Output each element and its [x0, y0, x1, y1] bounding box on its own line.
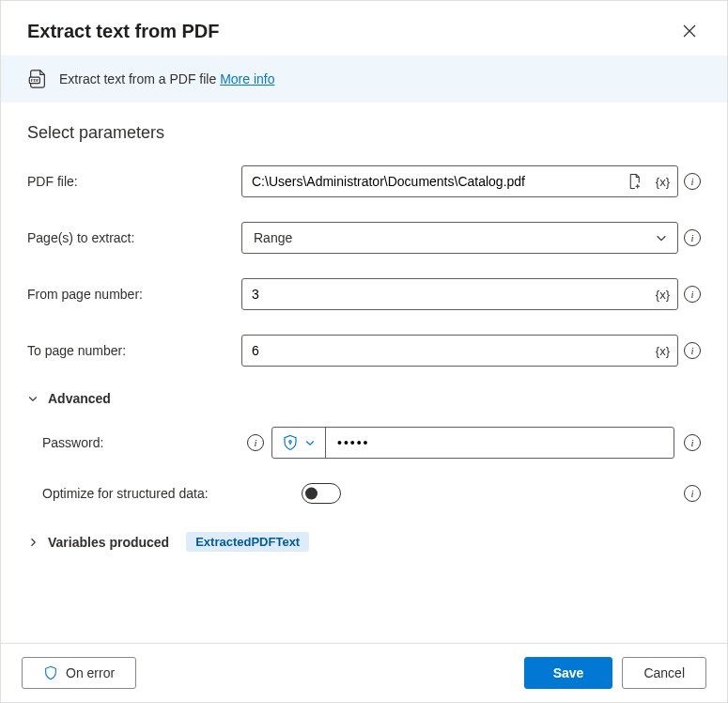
to-page-input-wrapper: {x} — [241, 335, 678, 367]
section-title: Select parameters — [27, 123, 701, 143]
variables-toggle[interactable]: Variables produced ExtractedPDFText — [27, 532, 701, 552]
variable-token-button[interactable]: {x} — [648, 344, 677, 358]
password-input[interactable] — [326, 428, 674, 458]
file-picker-button[interactable] — [620, 173, 648, 190]
chevron-down-icon — [655, 231, 668, 244]
pages-label: Page(s) to extract: — [27, 230, 234, 245]
save-button[interactable]: Save — [524, 657, 613, 689]
info-icon[interactable]: i — [684, 173, 701, 190]
variable-token-button[interactable]: {x} — [648, 175, 677, 189]
close-icon — [682, 23, 697, 39]
on-error-button[interactable]: On error — [22, 657, 136, 689]
on-error-label: On error — [66, 665, 115, 680]
dialog-title: Extract text from PDF — [27, 21, 220, 42]
dialog-footer: On error Save Cancel — [1, 643, 727, 702]
advanced-section: Password: i — [27, 427, 701, 504]
variables-heading: Variables produced — [48, 535, 169, 550]
advanced-heading: Advanced — [48, 391, 111, 406]
password-control — [271, 427, 674, 459]
pdf-file-label: PDF file: — [27, 174, 234, 189]
info-icon[interactable]: i — [684, 485, 701, 502]
close-button[interactable] — [678, 20, 701, 42]
from-page-input-wrapper: {x} — [241, 278, 678, 310]
from-page-input[interactable] — [242, 279, 648, 309]
file-add-icon — [626, 173, 643, 190]
row-pdf-file: PDF file: {x} i — [27, 165, 701, 197]
info-icon[interactable]: i — [684, 286, 701, 303]
advanced-toggle[interactable]: Advanced — [27, 391, 701, 406]
shield-lock-icon — [282, 434, 299, 451]
svg-text:PDF: PDF — [31, 78, 39, 83]
optimize-toggle[interactable] — [302, 483, 341, 504]
to-page-label: To page number: — [27, 343, 234, 358]
row-pages: Page(s) to extract: Range i — [27, 222, 701, 254]
produced-variable-pill[interactable]: ExtractedPDFText — [186, 532, 309, 552]
toggle-knob — [305, 488, 318, 500]
from-page-label: From page number: — [27, 287, 234, 302]
info-icon[interactable]: i — [684, 434, 701, 451]
dialog-content: Select parameters PDF file: {x} i Page(s… — [1, 102, 727, 643]
info-icon[interactable]: i — [684, 229, 701, 246]
cancel-button[interactable]: Cancel — [622, 657, 706, 689]
pages-select[interactable]: Range — [241, 222, 678, 254]
row-from-page: From page number: {x} i — [27, 278, 701, 310]
row-password: Password: i — [42, 427, 701, 459]
to-page-input[interactable] — [242, 336, 648, 366]
chevron-down-icon — [27, 393, 39, 404]
pages-select-value: Range — [254, 230, 292, 245]
info-banner-text: Extract text from a PDF file More info — [59, 71, 275, 86]
shield-icon — [43, 665, 58, 680]
password-mode-selector[interactable] — [272, 428, 326, 458]
svg-point-2 — [289, 441, 291, 443]
optimize-label: Optimize for structured data: — [42, 486, 294, 501]
info-icon[interactable]: i — [684, 342, 701, 359]
more-info-link[interactable]: More info — [220, 71, 274, 86]
pdf-file-icon: PDF — [27, 69, 48, 89]
pdf-file-input-wrapper: {x} — [241, 165, 678, 197]
chevron-down-icon — [304, 437, 316, 448]
row-optimize: Optimize for structured data: i — [42, 483, 701, 504]
password-label: Password: — [42, 435, 240, 450]
dialog-header: Extract text from PDF — [1, 1, 727, 55]
variable-token-button[interactable]: {x} — [648, 288, 677, 302]
row-to-page: To page number: {x} i — [27, 335, 701, 367]
info-icon[interactable]: i — [247, 434, 264, 451]
pdf-file-input[interactable] — [242, 166, 620, 196]
chevron-right-icon — [27, 537, 39, 548]
info-banner: PDF Extract text from a PDF file More in… — [1, 55, 727, 102]
